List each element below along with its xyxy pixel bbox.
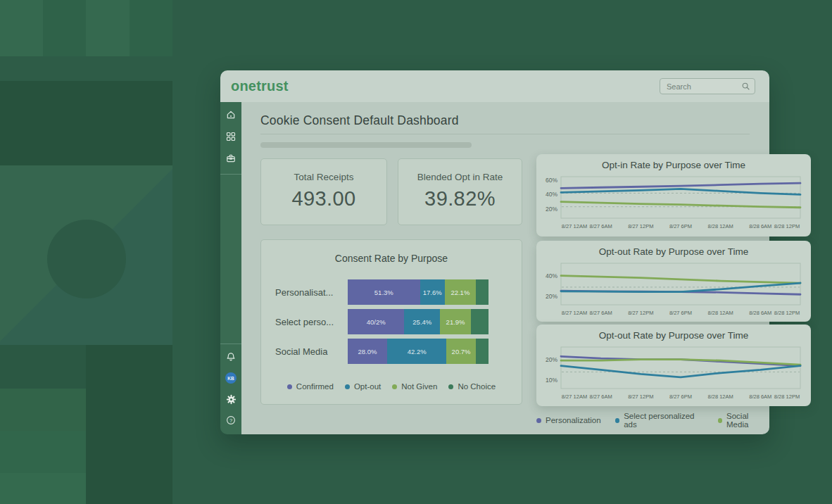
search-input[interactable] (665, 82, 730, 92)
bar-segment (471, 309, 489, 334)
svg-text:8/27 6AM: 8/27 6AM (590, 223, 612, 229)
search-box[interactable] (660, 78, 755, 94)
svg-text:40%: 40% (546, 272, 557, 279)
grid-icon[interactable] (225, 131, 237, 142)
consent-rate-by-purpose-card: Consent Rate by Purpose Personalisat...5… (260, 239, 522, 405)
background-circle (47, 220, 126, 298)
svg-text:8/27 12PM: 8/27 12PM (628, 223, 653, 229)
svg-text:8/28 12AM: 8/28 12AM (708, 310, 733, 316)
line-chart-svg: 20%10%8/27 12AM8/27 6AM8/27 12PM8/27 6PM… (536, 340, 811, 408)
legend-item: Opt-out (345, 382, 381, 391)
kpi-card-blended-opt-in-rate: Blended Opt in Rate 39.82% (398, 158, 522, 225)
legend-label: Confirmed (296, 382, 334, 391)
svg-text:8/27 12AM: 8/27 12AM (562, 223, 587, 229)
app-header: onetrust (220, 70, 769, 102)
bar-track: 28.0%42.2%20.7% (348, 339, 489, 364)
sidebar-nav: KB? (220, 102, 241, 434)
legend-item: Select personalized ads (615, 412, 704, 429)
background-shape (0, 473, 86, 504)
background-shape (0, 81, 172, 165)
bar-segment-label: 51.3% (374, 289, 393, 296)
page-title: Cookie Consent Default Dashboard (260, 113, 459, 128)
kpi-value: 39.82% (398, 187, 522, 210)
bar-segment: 51.3% (348, 279, 420, 305)
chart-title: Consent Rate by Purpose (261, 253, 522, 264)
background-shape (130, 0, 172, 56)
bar-track: 51.3%17.6%22.1% (348, 279, 489, 305)
background-shape (86, 345, 172, 504)
bar-row: Select perso...40/2%25.4%21.9% (261, 309, 522, 334)
dashboard-main: Cookie Consent Default Dashboard Total R… (241, 102, 769, 434)
svg-text:20%: 20% (546, 206, 557, 213)
legend-item: Personalization (536, 412, 601, 429)
bell-icon[interactable] (225, 351, 237, 363)
search-icon[interactable] (742, 82, 750, 90)
bar-segment: 25.4% (404, 309, 440, 334)
bar-row-label: Personalisat... (275, 287, 348, 298)
help-icon[interactable]: ? (225, 415, 237, 426)
bar-segment: 40/2% (348, 309, 404, 334)
background-shape (0, 345, 86, 389)
svg-text:8/27 6PM: 8/27 6PM (669, 223, 692, 229)
bar-segment-label: 40/2% (367, 318, 386, 326)
line-chart-card: Opt-out Rate by Purpose over Time40%20%8… (536, 241, 811, 322)
svg-text:10%: 10% (546, 377, 557, 384)
svg-text:8/27 6AM: 8/27 6AM (590, 310, 612, 316)
bar-row-label: Social Media (275, 346, 348, 357)
kpi-value: 493.00 (261, 187, 386, 210)
desktop-background: onetrust KB? Cookie Consent Default Dash… (0, 0, 832, 504)
bar-segment-label: 25.4% (412, 318, 431, 326)
chart-title: Opt-in Rate by Purpose over Time (536, 160, 811, 170)
bar-segment (476, 279, 489, 305)
svg-text:40%: 40% (546, 191, 557, 198)
svg-text:20%: 20% (546, 293, 557, 300)
line-chart-svg: 60%40%20%8/27 12AM8/27 6AM8/27 12PM8/27 … (536, 170, 811, 237)
svg-text:8/28 12PM: 8/28 12PM (774, 223, 800, 229)
bar-segment: 17.6% (420, 279, 445, 305)
bar-row: Personalisat...51.3%17.6%22.1% (261, 279, 522, 305)
line-chart-card: Opt-in Rate by Purpose over Time60%40%20… (536, 154, 811, 237)
bar-segment: 42.2% (387, 339, 446, 364)
stacked-bar-chart: Personalisat...51.3%17.6%22.1%Select per… (261, 279, 522, 368)
chart-title: Opt-out Rate by Purpose over Time (536, 330, 811, 341)
svg-text:8/28 12AM: 8/28 12AM (708, 223, 733, 229)
svg-text:8/27 6AM: 8/27 6AM (590, 393, 612, 400)
svg-text:8/28 12PM: 8/28 12PM (774, 393, 800, 400)
legend-dot (718, 418, 722, 423)
kpi-label: Blended Opt in Rate (398, 172, 522, 182)
legend-dot (615, 418, 620, 423)
legend-item: Social Media (718, 412, 769, 429)
svg-text:8/27 6PM: 8/27 6PM (669, 310, 692, 316)
gear-icon[interactable] (225, 393, 237, 405)
svg-text:8/28 6AM: 8/28 6AM (749, 393, 771, 400)
kpi-card-total-receipts: Total Receipts 493.00 (260, 158, 387, 225)
kpi-label: Total Receipts (261, 172, 386, 182)
svg-text:8/27 12AM: 8/27 12AM (562, 310, 587, 316)
legend-label: Not Given (401, 382, 437, 391)
legend-dot (287, 384, 292, 389)
home-icon[interactable] (225, 109, 237, 120)
svg-text:8/27 12AM: 8/27 12AM (562, 393, 587, 400)
chart-title: Opt-out Rate by Purpose over Time (536, 246, 811, 257)
svg-text:8/28 6AM: 8/28 6AM (749, 310, 771, 316)
background-shape (0, 0, 43, 56)
user-avatar[interactable]: KB (225, 372, 237, 384)
bar-segment: 20.7% (446, 339, 475, 364)
bar-segment (476, 339, 489, 364)
bar-segment: 22.1% (445, 279, 476, 305)
legend-dot (448, 384, 453, 389)
svg-text:8/28 6AM: 8/28 6AM (749, 223, 771, 229)
bar-track: 40/2%25.4%21.9% (348, 309, 489, 334)
svg-text:?: ? (229, 417, 232, 424)
background-shape (43, 0, 86, 56)
legend-item: No Choice (448, 382, 496, 391)
sidebar-divider (220, 344, 241, 344)
briefcase-icon[interactable] (225, 153, 237, 164)
svg-text:8/27 12PM: 8/27 12PM (628, 393, 653, 400)
bar-segment-label: 21.9% (446, 318, 465, 326)
line-chart-card: Opt-out Rate by Purpose over Time20%10%8… (536, 325, 811, 406)
bar-row-label: Select perso... (275, 317, 348, 327)
svg-text:8/28 12AM: 8/28 12AM (708, 393, 733, 400)
legend-label: Social Media (726, 412, 769, 429)
legend-item: Confirmed (287, 382, 334, 391)
